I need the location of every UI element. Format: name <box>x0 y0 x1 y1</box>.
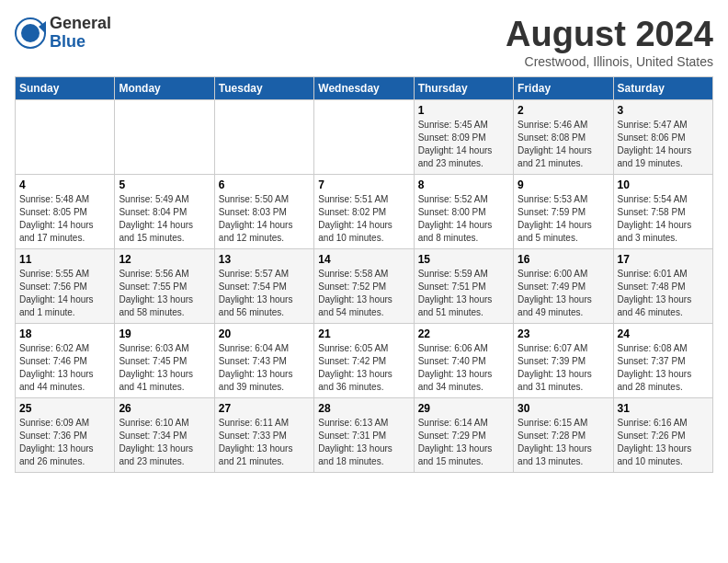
calendar-cell: 6Sunrise: 5:50 AM Sunset: 8:03 PM Daylig… <box>214 175 313 249</box>
day-info: Sunrise: 5:53 AM Sunset: 7:59 PM Dayligh… <box>518 193 609 245</box>
day-number: 23 <box>518 327 609 340</box>
day-number: 10 <box>618 178 709 191</box>
svg-point-1 <box>21 24 40 42</box>
header-day-friday: Friday <box>514 77 613 100</box>
calendar-cell: 7Sunrise: 5:51 AM Sunset: 8:02 PM Daylig… <box>314 175 414 249</box>
header-day-tuesday: Tuesday <box>214 77 313 100</box>
day-number: 14 <box>318 253 409 266</box>
calendar-cell: 26Sunrise: 6:10 AM Sunset: 7:34 PM Dayli… <box>115 398 214 473</box>
calendar-cell: 30Sunrise: 6:15 AM Sunset: 7:28 PM Dayli… <box>514 398 613 473</box>
calendar-cell: 22Sunrise: 6:06 AM Sunset: 7:40 PM Dayli… <box>414 324 513 398</box>
calendar-cell: 5Sunrise: 5:49 AM Sunset: 8:04 PM Daylig… <box>115 175 214 249</box>
day-number: 17 <box>618 253 709 266</box>
calendar-cell: 29Sunrise: 6:14 AM Sunset: 7:29 PM Dayli… <box>414 398 513 473</box>
header-row: SundayMondayTuesdayWednesdayThursdayFrid… <box>16 77 713 100</box>
day-number: 1 <box>418 104 509 117</box>
header-day-saturday: Saturday <box>613 77 712 100</box>
day-info: Sunrise: 6:05 AM Sunset: 7:42 PM Dayligh… <box>318 342 409 394</box>
day-number: 16 <box>518 253 609 266</box>
day-number: 13 <box>219 253 310 266</box>
calendar-cell: 9Sunrise: 5:53 AM Sunset: 7:59 PM Daylig… <box>514 175 613 249</box>
calendar-cell: 19Sunrise: 6:03 AM Sunset: 7:45 PM Dayli… <box>115 324 214 398</box>
day-info: Sunrise: 6:07 AM Sunset: 7:39 PM Dayligh… <box>518 342 609 394</box>
day-info: Sunrise: 5:47 AM Sunset: 8:06 PM Dayligh… <box>618 119 709 170</box>
day-number: 31 <box>618 402 709 415</box>
calendar-week-2: 4Sunrise: 5:48 AM Sunset: 8:05 PM Daylig… <box>16 175 713 249</box>
day-info: Sunrise: 6:09 AM Sunset: 7:36 PM Dayligh… <box>19 417 110 468</box>
day-info: Sunrise: 6:00 AM Sunset: 7:49 PM Dayligh… <box>518 268 609 319</box>
calendar-cell: 13Sunrise: 5:57 AM Sunset: 7:54 PM Dayli… <box>214 249 313 324</box>
day-number: 9 <box>518 178 609 191</box>
header-day-monday: Monday <box>115 77 214 100</box>
calendar-cell: 12Sunrise: 5:56 AM Sunset: 7:55 PM Dayli… <box>115 249 214 324</box>
day-number: 24 <box>618 327 709 340</box>
calendar-week-4: 18Sunrise: 6:02 AM Sunset: 7:46 PM Dayli… <box>16 324 713 398</box>
day-info: Sunrise: 5:50 AM Sunset: 8:03 PM Dayligh… <box>219 193 310 245</box>
day-number: 20 <box>219 327 310 340</box>
day-number: 3 <box>618 104 709 117</box>
day-info: Sunrise: 6:01 AM Sunset: 7:48 PM Dayligh… <box>618 268 709 319</box>
day-number: 6 <box>219 178 310 191</box>
calendar-week-3: 11Sunrise: 5:55 AM Sunset: 7:56 PM Dayli… <box>16 249 713 324</box>
title-area: August 2024 Crestwood, Illinois, United … <box>506 15 713 69</box>
day-info: Sunrise: 5:54 AM Sunset: 7:58 PM Dayligh… <box>618 193 709 245</box>
day-number: 18 <box>19 327 110 340</box>
day-number: 29 <box>418 402 509 415</box>
calendar-cell: 4Sunrise: 5:48 AM Sunset: 8:05 PM Daylig… <box>16 175 115 249</box>
day-number: 8 <box>418 178 509 191</box>
header-day-thursday: Thursday <box>414 77 513 100</box>
calendar-cell: 17Sunrise: 6:01 AM Sunset: 7:48 PM Dayli… <box>613 249 712 324</box>
calendar-cell: 31Sunrise: 6:16 AM Sunset: 7:26 PM Dayli… <box>613 398 712 473</box>
header-day-sunday: Sunday <box>16 77 115 100</box>
day-info: Sunrise: 5:59 AM Sunset: 7:51 PM Dayligh… <box>418 268 509 319</box>
calendar-cell <box>16 100 115 175</box>
day-info: Sunrise: 5:52 AM Sunset: 8:00 PM Dayligh… <box>418 193 509 245</box>
calendar-cell: 11Sunrise: 5:55 AM Sunset: 7:56 PM Dayli… <box>16 249 115 324</box>
day-info: Sunrise: 6:04 AM Sunset: 7:43 PM Dayligh… <box>219 342 310 394</box>
calendar-table: SundayMondayTuesdayWednesdayThursdayFrid… <box>15 76 713 473</box>
calendar-title: August 2024 <box>506 15 713 54</box>
calendar-week-5: 25Sunrise: 6:09 AM Sunset: 7:36 PM Dayli… <box>16 398 713 473</box>
calendar-cell: 16Sunrise: 6:00 AM Sunset: 7:49 PM Dayli… <box>514 249 613 324</box>
day-info: Sunrise: 6:08 AM Sunset: 7:37 PM Dayligh… <box>618 342 709 394</box>
calendar-cell <box>115 100 214 175</box>
calendar-cell: 14Sunrise: 5:58 AM Sunset: 7:52 PM Dayli… <box>314 249 414 324</box>
calendar-cell: 18Sunrise: 6:02 AM Sunset: 7:46 PM Dayli… <box>16 324 115 398</box>
calendar-cell <box>214 100 313 175</box>
day-number: 27 <box>219 402 310 415</box>
calendar-cell: 8Sunrise: 5:52 AM Sunset: 8:00 PM Daylig… <box>414 175 513 249</box>
day-info: Sunrise: 6:06 AM Sunset: 7:40 PM Dayligh… <box>418 342 509 394</box>
day-info: Sunrise: 5:51 AM Sunset: 8:02 PM Dayligh… <box>318 193 409 245</box>
day-number: 22 <box>418 327 509 340</box>
day-info: Sunrise: 5:58 AM Sunset: 7:52 PM Dayligh… <box>318 268 409 319</box>
day-number: 25 <box>19 402 110 415</box>
calendar-cell: 21Sunrise: 6:05 AM Sunset: 7:42 PM Dayli… <box>314 324 414 398</box>
calendar-cell: 1Sunrise: 5:45 AM Sunset: 8:09 PM Daylig… <box>414 100 513 175</box>
day-info: Sunrise: 5:45 AM Sunset: 8:09 PM Dayligh… <box>418 119 509 170</box>
day-info: Sunrise: 5:56 AM Sunset: 7:55 PM Dayligh… <box>119 268 210 319</box>
day-info: Sunrise: 5:48 AM Sunset: 8:05 PM Dayligh… <box>19 193 110 245</box>
calendar-cell <box>314 100 414 175</box>
calendar-cell: 20Sunrise: 6:04 AM Sunset: 7:43 PM Dayli… <box>214 324 313 398</box>
calendar-cell: 24Sunrise: 6:08 AM Sunset: 7:37 PM Dayli… <box>613 324 712 398</box>
calendar-cell: 2Sunrise: 5:46 AM Sunset: 8:08 PM Daylig… <box>514 100 613 175</box>
day-info: Sunrise: 5:57 AM Sunset: 7:54 PM Dayligh… <box>219 268 310 319</box>
day-info: Sunrise: 6:10 AM Sunset: 7:34 PM Dayligh… <box>119 417 210 468</box>
day-number: 28 <box>318 402 409 415</box>
day-info: Sunrise: 6:16 AM Sunset: 7:26 PM Dayligh… <box>618 417 709 468</box>
day-info: Sunrise: 6:13 AM Sunset: 7:31 PM Dayligh… <box>318 417 409 468</box>
calendar-week-1: 1Sunrise: 5:45 AM Sunset: 8:09 PM Daylig… <box>16 100 713 175</box>
calendar-cell: 28Sunrise: 6:13 AM Sunset: 7:31 PM Dayli… <box>314 398 414 473</box>
day-number: 12 <box>119 253 210 266</box>
calendar-body: 1Sunrise: 5:45 AM Sunset: 8:09 PM Daylig… <box>16 100 713 473</box>
day-info: Sunrise: 6:03 AM Sunset: 7:45 PM Dayligh… <box>119 342 210 394</box>
calendar-cell: 3Sunrise: 5:47 AM Sunset: 8:06 PM Daylig… <box>613 100 712 175</box>
day-number: 2 <box>518 104 609 117</box>
logo: General Blue <box>15 15 111 52</box>
day-number: 15 <box>418 253 509 266</box>
day-info: Sunrise: 6:11 AM Sunset: 7:33 PM Dayligh… <box>219 417 310 468</box>
day-info: Sunrise: 6:15 AM Sunset: 7:28 PM Dayligh… <box>518 417 609 468</box>
day-info: Sunrise: 6:14 AM Sunset: 7:29 PM Dayligh… <box>418 417 509 468</box>
day-number: 4 <box>19 178 110 191</box>
day-number: 7 <box>318 178 409 191</box>
